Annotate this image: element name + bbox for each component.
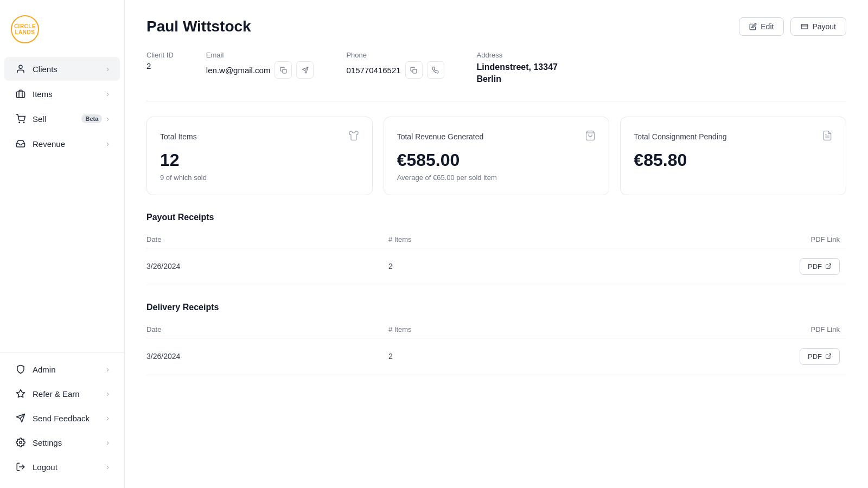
sidebar-item-admin[interactable]: Admin › [4,357,120,381]
sidebar-item-label: Send Feedback [33,414,106,423]
sidebar-item-logout[interactable]: Logout › [4,455,120,479]
arrow-send-icon [302,67,309,74]
sidebar-item-label: Admin [33,365,106,374]
chevron-right-icon: › [106,65,109,73]
stat-value-items: 12 [160,150,359,170]
sidebar: CIRCLELANDS Clients › Items › Sell Beta … [0,0,125,488]
phone-with-actions: 015770416521 [346,61,444,79]
stat-card-revenue: Total Revenue Generated €585.00 Average … [384,117,610,195]
address-field: Address Lindenstreet, 13347Berlin [477,51,558,86]
stat-value-consignment: €85.80 [634,150,833,170]
col-items-header-d: # Items [388,321,566,338]
delivery-pdf-button[interactable]: PDF [800,348,840,365]
chevron-right-icon: › [106,365,109,374]
email-value: len.w@gmail.com [206,66,271,75]
copy-phone-button[interactable] [405,61,423,79]
sidebar-item-items[interactable]: Items › [4,82,120,106]
delivery-row-pdf: PDF [566,338,846,375]
stat-card-consignment: Total Consignment Pending €85.80 [620,117,846,195]
svg-rect-11 [283,69,286,73]
stat-label-items: Total Items [160,132,197,141]
sidebar-item-label: Revenue [33,139,106,149]
sidebar-item-label: Items [33,89,106,99]
header-actions: Edit Payout [739,17,846,36]
stat-sub-items: 9 of which sold [160,174,359,182]
col-date-header-d: Date [146,321,388,338]
sidebar-item-label: Refer & Earn [33,389,106,399]
stat-label-revenue: Total Revenue Generated [397,132,484,141]
svg-line-19 [828,354,831,357]
stat-header-consignment: Total Consignment Pending [634,130,833,144]
payout-button[interactable]: Payout [790,17,846,36]
main-content: Paul Wittstock Edit Payout Client ID 2 E… [125,0,868,488]
chevron-right-icon: › [106,414,109,422]
delivery-receipts-table: Date # Items PDF Link 3/26/2024 2 PDF [146,321,846,375]
payout-pdf-button[interactable]: PDF [800,258,840,275]
send-email-button[interactable] [296,61,314,79]
stat-sub-revenue: Average of €65.00 per sold item [397,174,596,182]
address-label: Address [477,51,558,59]
doc-icon [822,130,833,144]
chevron-right-icon: › [106,114,109,123]
sidebar-item-label: Sell [33,114,81,124]
payout-receipts-title: Payout Receipts [146,213,846,222]
sidebar-item-settings[interactable]: Settings › [4,431,120,454]
table-row: 3/26/2024 2 PDF [146,338,846,375]
sidebar-item-refer[interactable]: Refer & Earn › [4,382,120,406]
sidebar-item-clients[interactable]: Clients › [4,57,120,81]
payout-receipts-section: Payout Receipts Date # Items PDF Link 3/… [146,213,846,285]
svg-line-18 [828,264,831,267]
delivery-receipts-section: Delivery Receipts Date # Items PDF Link … [146,303,846,375]
col-pdf-header: PDF Link [566,231,846,248]
logo-container: CIRCLELANDS [0,9,124,56]
svg-point-3 [23,122,24,123]
sidebar-item-revenue[interactable]: Revenue › [4,132,120,156]
client-id-field: Client ID 2 [146,51,174,70]
sidebar-item-sell[interactable]: Sell Beta › [4,107,120,131]
client-id-label: Client ID [146,51,174,59]
call-phone-button[interactable] [427,61,444,79]
logo: CIRCLELANDS [11,15,39,43]
chevron-right-icon: › [106,89,109,98]
copy-icon [280,67,287,74]
payout-icon [801,23,808,30]
stat-header-revenue: Total Revenue Generated [397,130,596,144]
copy-email-button[interactable] [275,61,292,79]
person-icon [15,63,26,74]
receipt-icon [15,138,26,149]
stats-row: Total Items 12 9 of which sold Total Rev… [146,117,846,195]
stat-value-revenue: €585.00 [397,150,596,170]
payout-row-pdf: PDF [566,248,846,285]
svg-rect-9 [802,24,808,29]
delivery-row-items: 2 [388,338,566,375]
star-icon [15,388,26,399]
stat-header-items: Total Items [160,130,359,144]
email-label: Email [206,51,314,59]
svg-rect-14 [413,69,417,73]
payout-row-items: 2 [388,248,566,285]
col-date-header: Date [146,231,388,248]
page-title: Paul Wittstock [146,18,251,35]
page-header: Paul Wittstock Edit Payout [146,17,846,36]
edit-button[interactable]: Edit [739,17,784,36]
sidebar-item-feedback[interactable]: Send Feedback › [4,406,120,430]
sidebar-item-label: Settings [33,438,106,447]
logout-icon [15,461,26,472]
sidebar-item-label: Clients [33,65,106,74]
bag-icon [585,130,596,144]
edit-icon [749,23,757,30]
copy-icon [410,67,417,74]
client-info: Client ID 2 Email len.w@gmail.com Phone … [146,51,846,101]
edit-label: Edit [761,22,774,31]
chevron-right-icon: › [106,139,109,148]
email-field: Email len.w@gmail.com [206,51,314,79]
svg-point-7 [20,441,22,444]
cart-icon [15,113,26,124]
chevron-right-icon: › [106,463,109,471]
payout-label: Payout [812,22,836,31]
beta-badge: Beta [81,114,102,123]
sidebar-bottom: Admin › Refer & Earn › Send Feedback › [0,352,124,479]
shirt-icon [348,130,359,144]
delivery-receipts-title: Delivery Receipts [146,303,846,312]
stat-label-consignment: Total Consignment Pending [634,132,726,141]
